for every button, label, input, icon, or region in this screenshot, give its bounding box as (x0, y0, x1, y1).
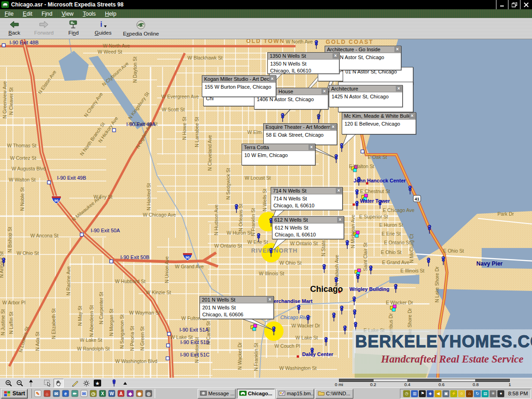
callout-line: 155 W Burton Place, Chicago (205, 84, 273, 91)
close-icon[interactable]: × (337, 217, 343, 223)
guides-info-icon: i (98, 20, 108, 30)
callout-line: N Astor St, Chicago (340, 54, 399, 61)
quicktime-icon[interactable]: ◆ (126, 389, 134, 398)
map-callout[interactable]: Kogan Miller Studio - Art Dec×155 W Burt… (202, 75, 276, 97)
title-bar: Chicago.asr - Microsoft Expedia Streets … (0, 0, 532, 9)
mail-icon[interactable]: ✉ (80, 389, 88, 398)
menu-file[interactable]: File (0, 10, 18, 18)
menu-help[interactable]: Help (100, 10, 121, 18)
tray-refresh-icon[interactable]: ↻ (474, 390, 481, 397)
close-icon[interactable]: × (321, 89, 327, 94)
tray-bulb-icon[interactable]: ○ (458, 390, 465, 397)
callout-body[interactable] (339, 82, 413, 83)
callout-line: Chicago, IL 60610 (270, 67, 337, 74)
map-callout[interactable]: Terra Cotta×10 W Elm, Chicago (242, 144, 315, 165)
map-callout[interactable]: 1350 N Wells St×1350 N Wells StChicago, … (267, 52, 339, 74)
pushpin-tool[interactable] (109, 379, 119, 387)
map-callout[interactable]: 714 N Wells St×714 N Wells StChicago, IL… (271, 187, 343, 210)
callout-title: 1350 N Wells St× (268, 53, 339, 60)
tray-power-icon[interactable]: ⚡ (450, 390, 457, 397)
tray-volume-icon[interactable]: ◀ (435, 390, 441, 397)
star-tool[interactable]: ★ (92, 379, 103, 387)
callout-body[interactable]: 714 N Wells StChicago, IL 60610 (271, 194, 342, 209)
tray-flag-icon[interactable]: ⚑ (419, 390, 426, 397)
callout-tail (341, 133, 358, 149)
close-icon[interactable]: × (267, 297, 273, 302)
menu-find[interactable]: Find (37, 10, 57, 18)
tray-chart-icon[interactable]: ▥ (411, 390, 418, 397)
excel-icon[interactable]: X (98, 389, 107, 398)
schedule-icon[interactable]: ◷ (89, 389, 97, 398)
map-callout[interactable]: Architecture×1425 N Astor St, Chicago (329, 85, 403, 107)
draw-tool[interactable] (70, 379, 80, 387)
callout-body[interactable]: 1350 N Wells StChicago, IL 60610 (268, 60, 339, 74)
taskbar-window-chicago-[interactable]: Chicago... (237, 389, 275, 399)
menu-tools[interactable]: Tools (78, 10, 100, 18)
map-callout[interactable]: Esquire Theater - Art Modern×58 E Oak St… (263, 123, 337, 145)
find-button[interactable]: Find (64, 19, 83, 36)
close-button[interactable] (520, 0, 532, 9)
svg-text:e: e (65, 391, 67, 396)
callout-title: Esquire Theater - Art Modern× (264, 124, 337, 131)
scale-tick-label: 0.2 (370, 382, 376, 387)
close-icon[interactable]: × (409, 113, 415, 119)
internet-explorer-icon[interactable]: e (61, 389, 70, 398)
forward-button: Forward (34, 19, 54, 36)
callout-line: Chicago, IL 60606 (202, 311, 271, 318)
back-button[interactable]: Back (5, 19, 24, 36)
tray-traffic-icon[interactable]: ● (497, 390, 504, 397)
pan-tool[interactable] (54, 379, 64, 387)
map-viewport[interactable]: 909041 W North AveW North AveW Weed StW … (0, 39, 532, 378)
channels-icon[interactable]: ✎ (34, 389, 42, 398)
taskbar-window-message-[interactable]: Message ... (198, 389, 236, 399)
tray-display-icon[interactable]: ▣ (442, 390, 449, 397)
menu-view[interactable]: View (57, 10, 78, 18)
callout-body[interactable]: 155 W Burton Place, Chicago (202, 83, 276, 91)
tray-house-icon[interactable]: ⌂ (466, 390, 473, 397)
desktop-icon[interactable]: ⌂ (43, 389, 51, 398)
tray-shield-icon[interactable]: ◈ (427, 390, 434, 397)
pens-icon[interactable]: ✏ (71, 389, 79, 398)
tray-cursor-icon[interactable]: ✳ (490, 390, 496, 397)
close-icon[interactable]: × (269, 76, 275, 82)
tray-modem-icon[interactable]: ▤ (482, 390, 489, 397)
map-callout[interactable]: 612 N Wells St×612 N Wells StChicago, IL… (272, 216, 344, 239)
select-tool[interactable] (42, 379, 53, 387)
more-tool[interactable] (120, 379, 130, 387)
minimize-button[interactable] (496, 0, 508, 9)
close-icon[interactable]: × (332, 53, 339, 59)
tray-schedule-icon[interactable]: ◷ (403, 390, 410, 397)
taskbar-window-c-wind-[interactable]: C:\WIND... (315, 389, 353, 399)
guides-button[interactable]: iGuides (93, 19, 113, 36)
pointer-up-tool[interactable] (26, 379, 36, 387)
menu-edit[interactable]: Edit (18, 10, 37, 18)
callout-body[interactable]: 120 E Bellevue, Chicago (342, 120, 416, 127)
camera-icon[interactable]: ◎ (145, 389, 153, 398)
outlook-icon[interactable]: ✉ (52, 389, 60, 398)
word-icon[interactable]: W (108, 389, 116, 398)
callout-body[interactable]: 58 E Oak Street, Chicago (264, 131, 337, 139)
callout-body[interactable]: 1425 N Astor St, Chicago (329, 92, 402, 100)
zoom-in-tool[interactable] (4, 379, 14, 387)
paint-icon[interactable]: ◉ (135, 389, 144, 398)
map-callout[interactable]: Mc Kim, Meade & White Buildi×120 E Belle… (342, 112, 416, 134)
close-icon[interactable]: × (336, 188, 342, 193)
callout-body[interactable]: 612 N Wells StChicago, IL 60610 (272, 224, 344, 238)
zoom-out-tool[interactable] (15, 379, 25, 387)
close-icon[interactable]: × (394, 47, 400, 52)
toolbar-label: Expedia Online (123, 31, 159, 36)
restore-button[interactable] (508, 0, 520, 9)
close-icon[interactable]: × (308, 145, 314, 150)
acrobat-icon[interactable]: A (117, 389, 125, 398)
svg-text:✏: ✏ (73, 391, 77, 396)
highlight-tool[interactable] (81, 379, 91, 387)
start-button[interactable]: Start (1, 389, 28, 399)
svg-text:✉: ✉ (54, 391, 58, 396)
close-icon[interactable]: × (396, 86, 402, 91)
close-icon[interactable]: × (330, 124, 336, 130)
expedia-online-button[interactable]: Expedia Online (123, 19, 159, 36)
callout-body[interactable]: 10 W Elm, Chicago (242, 151, 315, 159)
taskbar-window-map15-bm-[interactable]: map15.bm... (276, 389, 314, 399)
callout-body[interactable]: 201 N Wells StChicago, IL 60606 (200, 303, 273, 318)
map-callout[interactable]: 201 N Wells St×201 N Wells StChicago, IL… (200, 296, 274, 319)
